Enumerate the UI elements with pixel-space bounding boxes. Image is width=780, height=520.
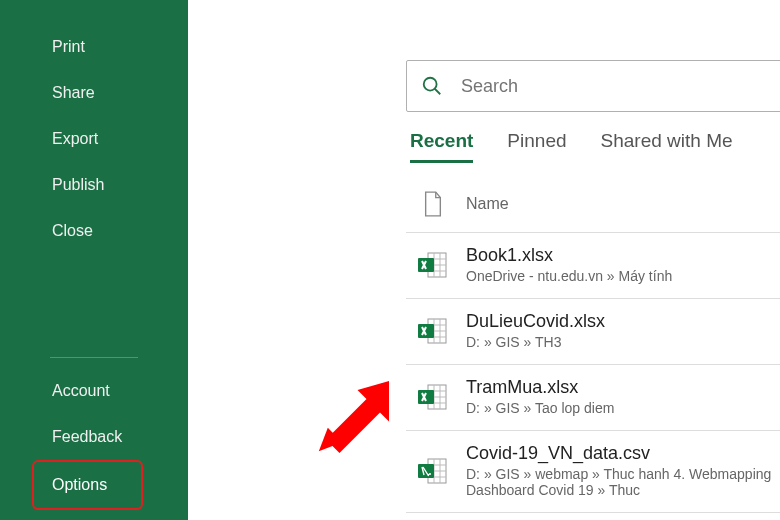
file-path-label: D: » GIS » webmap » Thuc hanh 4. Webmapp… xyxy=(466,466,780,498)
file-row[interactable]: TramMua.xlsx D: » GIS » Tao lop diem xyxy=(406,365,780,431)
column-name-label: Name xyxy=(466,195,509,213)
sidebar-item-export[interactable]: Export xyxy=(0,116,188,162)
file-row[interactable]: Vietnam_covid_data.csv xyxy=(406,513,780,520)
excel-file-icon xyxy=(416,455,448,487)
search-input[interactable] xyxy=(461,76,767,97)
sidebar-top-group: Print Share Export Publish Close xyxy=(0,24,188,339)
file-text: Book1.xlsx OneDrive - ntu.edu.vn » Máy t… xyxy=(466,245,672,284)
svg-marker-33 xyxy=(319,428,342,451)
excel-file-icon xyxy=(416,381,448,413)
sidebar-item-options[interactable]: Options xyxy=(32,460,143,510)
tab-shared[interactable]: Shared with Me xyxy=(601,130,733,163)
sidebar-item-account[interactable]: Account xyxy=(0,368,188,414)
file-name-label: Covid-19_VN_data.csv xyxy=(466,443,780,464)
tab-recent[interactable]: Recent xyxy=(410,130,473,163)
svg-line-1 xyxy=(435,89,441,95)
file-path-label: OneDrive - ntu.edu.vn » Máy tính xyxy=(466,268,672,284)
file-text: TramMua.xlsx D: » GIS » Tao lop diem xyxy=(466,377,614,416)
app-root: Print Share Export Publish Close Account… xyxy=(0,0,780,520)
sidebar-item-feedback[interactable]: Feedback xyxy=(0,414,188,460)
svg-rect-22 xyxy=(418,390,434,404)
sidebar-bottom-group: Account Feedback Options xyxy=(0,339,188,520)
recent-tabs: Recent Pinned Shared with Me xyxy=(410,130,733,163)
file-row[interactable]: Book1.xlsx OneDrive - ntu.edu.vn » Máy t… xyxy=(406,233,780,299)
svg-rect-15 xyxy=(418,324,434,338)
file-name-label: Book1.xlsx xyxy=(466,245,672,266)
file-row[interactable]: Covid-19_VN_data.csv D: » GIS » webmap »… xyxy=(406,431,780,513)
sidebar-item-share[interactable]: Share xyxy=(0,70,188,116)
file-name-label: TramMua.xlsx xyxy=(466,377,614,398)
annotation-arrow-icon xyxy=(308,372,398,462)
file-path-label: D: » GIS » Tao lop diem xyxy=(466,400,614,416)
sidebar-item-publish[interactable]: Publish xyxy=(0,162,188,208)
backstage-sidebar: Print Share Export Publish Close Account… xyxy=(0,0,188,520)
tab-pinned[interactable]: Pinned xyxy=(507,130,566,163)
main-panel: Recent Pinned Shared with Me Name xyxy=(188,0,780,520)
svg-point-0 xyxy=(424,78,437,91)
sidebar-item-close[interactable]: Close xyxy=(0,208,188,254)
search-bar[interactable] xyxy=(406,60,780,112)
document-icon xyxy=(422,190,444,218)
file-row[interactable]: DuLieuCovid.xlsx D: » GIS » TH3 xyxy=(406,299,780,365)
file-text: Covid-19_VN_data.csv D: » GIS » webmap »… xyxy=(466,443,780,498)
search-icon xyxy=(421,75,443,97)
svg-marker-32 xyxy=(326,381,389,453)
excel-file-icon xyxy=(416,249,448,281)
sidebar-item-print[interactable]: Print xyxy=(0,24,188,70)
file-text: DuLieuCovid.xlsx D: » GIS » TH3 xyxy=(466,311,605,350)
svg-rect-8 xyxy=(418,258,434,272)
file-path-label: D: » GIS » TH3 xyxy=(466,334,605,350)
file-name-label: DuLieuCovid.xlsx xyxy=(466,311,605,332)
list-header: Name xyxy=(406,180,780,233)
excel-file-icon xyxy=(416,315,448,347)
sidebar-divider xyxy=(50,357,138,358)
file-list: Name Book1.xlsx OneDrive - ntu.edu.vn » … xyxy=(406,180,780,520)
